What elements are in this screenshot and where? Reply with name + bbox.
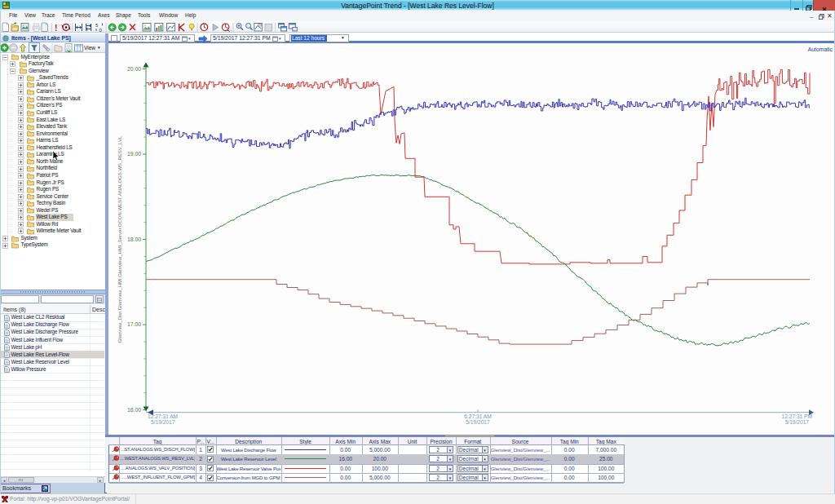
svg-text:20.00: 20.00 (127, 66, 141, 72)
svg-text:17.00: 17.00 (127, 321, 141, 327)
svg-text:5/19/2017: 5/19/2017 (151, 419, 175, 425)
svg-text:12:27:31 AM: 12:27:31 AM (148, 413, 178, 419)
svg-text:19.00: 19.00 (127, 151, 141, 157)
svg-text:Automatic: Automatic (808, 46, 833, 52)
svg-text:12:27:31 PM: 12:27:31 PM (782, 413, 812, 419)
svg-text:16.00: 16.00 (127, 407, 141, 413)
svg-text:18.00: 18.00 (127, 237, 141, 242)
svg-text:Glenview_Dist.Glenview_HMI.Gle: Glenview_Dist.Glenview_HMI.Glenview_HMI_… (117, 135, 122, 343)
svg-text:5/19/2017: 5/19/2017 (466, 419, 490, 425)
svg-text:6:27:31 AM: 6:27:31 AM (464, 413, 491, 419)
svg-text:5/19/2017: 5/19/2017 (785, 419, 810, 425)
